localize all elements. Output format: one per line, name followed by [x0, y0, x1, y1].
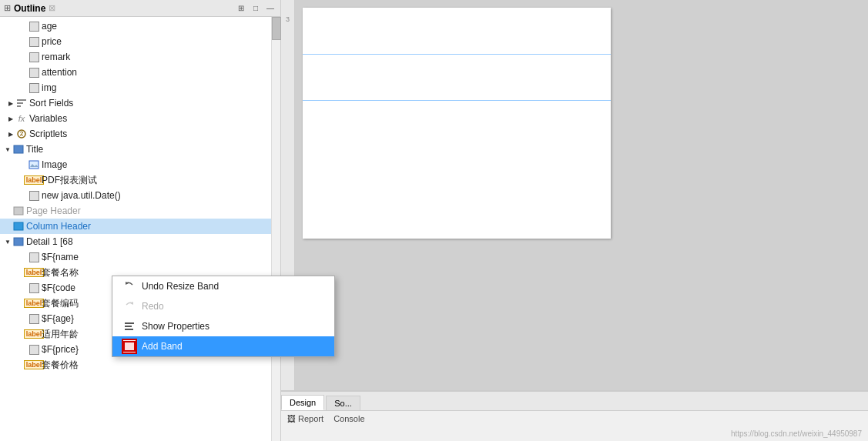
- tree-item-date[interactable]: new java.util.Date(): [0, 188, 280, 203]
- svg-rect-8: [14, 222, 23, 230]
- scrollbar-thumb[interactable]: [272, 17, 281, 40]
- svg-rect-12: [125, 322, 134, 324]
- add-band-label: Add Band: [142, 341, 183, 352]
- ruler-area: 3: [281, 0, 868, 390]
- tree-label-fcode: $F{code: [42, 282, 75, 293]
- tree-item-column-header[interactable]: Column Header: [0, 219, 280, 234]
- tree-label-label-name: 套餐名称: [42, 266, 79, 279]
- tree-item-price[interactable]: price: [0, 34, 280, 49]
- tree-label-column-header: Column Header: [26, 221, 91, 232]
- tree-label-remark: remark: [42, 52, 70, 62]
- redo-icon: [122, 299, 137, 314]
- context-menu: Undo Resize Band Redo Show Properties: [112, 276, 335, 357]
- toolbar-btn3[interactable]: —: [264, 2, 276, 15]
- tree-label-age: age: [42, 21, 57, 32]
- expand-arrow-scriptlets: ▶: [6, 129, 15, 139]
- svg-rect-5: [29, 161, 39, 169]
- fx-icon: fx: [15, 112, 28, 125]
- field-icon-attention: [28, 66, 40, 79]
- label-icon-age: label: [28, 328, 40, 340]
- svg-rect-1: [17, 102, 23, 104]
- tree-label-page-header: Page Header: [26, 205, 81, 216]
- expand-arrow-detail1: ▼: [3, 237, 12, 246]
- tree-label-fprice: $F{price}: [42, 344, 79, 355]
- svg-rect-16: [125, 342, 134, 350]
- tree-item-detail1[interactable]: ▼ Detail 1 [68: [0, 234, 280, 249]
- tree-container: age price remark: [0, 17, 280, 441]
- tree-item-fname[interactable]: $F{name: [0, 249, 280, 265]
- scrollbar-track[interactable]: [271, 17, 280, 441]
- tab-design[interactable]: Design: [281, 395, 324, 410]
- tree-label-scriptlets: Scriptlets: [29, 129, 67, 139]
- undo-icon: [122, 279, 137, 294]
- context-menu-add-band[interactable]: Add Band: [112, 336, 334, 356]
- context-menu-redo[interactable]: Redo: [112, 296, 334, 316]
- tree-item-page-header[interactable]: Page Header: [0, 203, 280, 219]
- page-band-line-2: [303, 100, 611, 101]
- tree-label-label-price: 套餐价格: [42, 359, 79, 372]
- label-icon-name: label: [28, 266, 40, 279]
- tree-item-img[interactable]: img: [0, 80, 280, 95]
- tree-item-image[interactable]: Image: [0, 157, 280, 172]
- tree-label-sort-fields: Sort Fields: [29, 98, 73, 109]
- tree-label-variables: Variables: [29, 113, 67, 124]
- report-label: 🖼 Report: [287, 414, 323, 423]
- redo-label: Redo: [142, 301, 164, 312]
- outline-toolbar: ⊞ □ —: [235, 2, 276, 15]
- tree-item-title[interactable]: ▼ Title: [0, 142, 280, 157]
- tree-item-age[interactable]: age: [0, 18, 280, 34]
- field-icon-fname: [28, 251, 40, 263]
- page-band-line-1: [303, 54, 611, 55]
- outline-title-group: ⊞ Outline ⊠: [4, 3, 55, 14]
- svg-rect-4: [14, 145, 23, 153]
- expand-arrow-title: ▼: [3, 145, 12, 154]
- toolbar-btn1[interactable]: ⊞: [235, 2, 247, 15]
- watermark: https://blog.csdn.net/weixin_44950987: [731, 429, 862, 438]
- ruler-mark-3: 3: [286, 15, 290, 23]
- label-icon-pdf: label: [28, 174, 40, 186]
- tree-label-fname: $F{name: [42, 252, 79, 262]
- tree-label-image: Image: [42, 159, 67, 170]
- field-icon-date: [28, 189, 40, 202]
- design-panel: 3 Design So... 🖼 Report Console: [281, 0, 868, 441]
- tree-item-scriptlets[interactable]: ▶ Scriptlets: [0, 126, 280, 142]
- tree-label-pdf: PDF报表测试: [42, 174, 97, 187]
- main-container: ⊞ Outline ⊠ ⊞ □ — age: [0, 0, 868, 441]
- context-menu-undo-resize[interactable]: Undo Resize Band: [112, 276, 334, 296]
- tree-label-price: price: [42, 36, 62, 47]
- field-icon-fprice: [28, 343, 40, 356]
- sort-icon: [15, 97, 28, 109]
- label-icon-code: label: [28, 297, 40, 309]
- console-label: Console: [333, 414, 364, 423]
- svg-rect-14: [125, 329, 133, 330]
- tree-item-attention[interactable]: attention: [0, 65, 280, 80]
- tree-item-sort-fields[interactable]: ▶ Sort Fields: [0, 95, 280, 111]
- expand-arrow-sort: ▶: [6, 99, 15, 108]
- show-properties-label: Show Properties: [142, 321, 209, 332]
- label-icon-price: label: [28, 359, 40, 371]
- scriptlets-icon: [15, 128, 28, 140]
- tree-item-pdf-label[interactable]: label PDF报表测试: [0, 172, 280, 188]
- tree-item-label-price[interactable]: label 套餐价格: [0, 357, 280, 373]
- add-band-icon: [122, 339, 137, 354]
- title-band-icon: [12, 143, 25, 155]
- outline-grid-icon: ⊞: [4, 3, 11, 13]
- tree-label-title: Title: [26, 144, 43, 155]
- properties-icon: [122, 319, 137, 334]
- tree-label-fage: $F{age}: [42, 313, 74, 324]
- context-menu-show-properties[interactable]: Show Properties: [112, 316, 334, 336]
- field-icon-remark: [28, 51, 40, 63]
- tree-item-remark[interactable]: remark: [0, 49, 280, 65]
- field-icon-img: [28, 82, 40, 94]
- tab-source[interactable]: So...: [326, 396, 360, 410]
- tree-label-detail1: Detail 1 [68: [26, 236, 73, 247]
- tree-label-img: img: [42, 82, 56, 93]
- tree-item-variables[interactable]: ▶ fx Variables: [0, 111, 280, 126]
- toolbar-btn2[interactable]: □: [250, 2, 262, 15]
- outline-title: Outline: [14, 3, 45, 14]
- undo-resize-label: Undo Resize Band: [142, 281, 219, 292]
- field-icon-price: [28, 35, 40, 48]
- field-icon-age: [28, 20, 40, 32]
- column-header-icon: [12, 220, 25, 232]
- tree-label-label-code: 套餐编码: [42, 297, 79, 310]
